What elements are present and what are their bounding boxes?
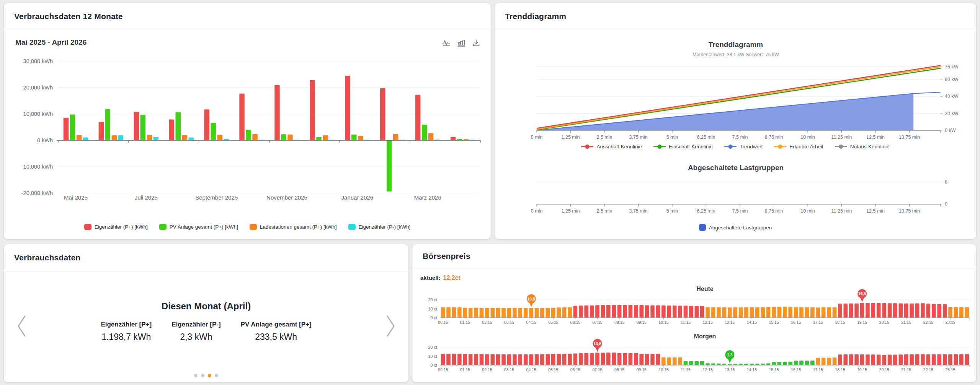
price-marker: 1,3 (725, 350, 734, 363)
axis-label: 60 kW (945, 77, 959, 82)
axis-label: 20,000 kWh (23, 84, 53, 91)
chart-period-label: Mai 2025 - April 2026 (15, 38, 87, 47)
bar (380, 88, 385, 140)
axis-label: 08:15 (614, 367, 624, 372)
download-icon[interactable] (472, 38, 481, 47)
legend-item[interactable]: Trendwert (724, 144, 763, 149)
price-bar (954, 307, 958, 318)
axis-label: 22:15 (923, 320, 933, 325)
price-bar (871, 303, 875, 318)
price-bar (750, 307, 754, 318)
price-bar (650, 305, 655, 318)
axis-label: 01:15 (460, 320, 470, 325)
price-bar (777, 307, 782, 318)
price-bar (838, 304, 842, 318)
price-bar (601, 305, 605, 318)
price-bar (706, 307, 710, 318)
carousel-dot[interactable] (201, 374, 204, 377)
bar (175, 112, 181, 140)
price-bar (507, 354, 511, 365)
price-bar (926, 354, 931, 365)
price-bar (948, 354, 952, 365)
axis-label: 5 min (666, 135, 678, 140)
legend-marker (653, 144, 666, 149)
price-bar (474, 354, 478, 365)
price-bar (761, 307, 765, 318)
price-bar (860, 303, 864, 318)
price-bar (893, 355, 897, 365)
stat-pv-anlage-gesamt: PV Anlage gesamt [P+] 233,5 kWh (241, 321, 312, 342)
lastgruppen-chart: 800 min1,25 min2,5 min3,75 min5 min6,25 … (506, 174, 965, 216)
bar (287, 135, 293, 140)
axis-label: 20 ct (428, 297, 437, 302)
stats-row: Eigenzähler [P+] 1.198,7 kWh Eigenzähler… (4, 321, 408, 342)
price-bar (513, 308, 517, 318)
price-bar (535, 308, 539, 318)
legend-item[interactable]: Erlaubte Arbeit (774, 144, 823, 149)
axis-label: 75 kW (945, 64, 959, 70)
axis-label: 2,5 min (597, 135, 612, 140)
legend-item[interactable]: Einschalt-Kennlinie (653, 144, 713, 149)
axis-label: 6,25 min (697, 208, 715, 214)
price-bar (794, 361, 798, 365)
price-bar (827, 307, 831, 318)
carousel-dot[interactable] (194, 374, 198, 377)
legend-item[interactable]: Abgeschaltete Lastgruppen (699, 224, 772, 231)
legend-item[interactable]: Ladestationen gesamt (P+) [kWh] (250, 224, 337, 230)
price-bar (954, 354, 958, 365)
axis-label: 21:15 (901, 320, 911, 325)
price-bar (573, 353, 578, 365)
bar-chart-icon[interactable] (457, 38, 466, 47)
axis-label: 02:15 (482, 320, 492, 325)
bar (169, 119, 174, 140)
price-bar (838, 354, 842, 365)
price-bar (667, 357, 671, 365)
stat-value: 233,5 kWh (241, 332, 312, 342)
panel-trenddiagramm: Trenddiagramm Trenddiagramm Momentanwert… (495, 3, 976, 239)
price-bar (457, 307, 462, 318)
price-bar (904, 354, 908, 365)
legend-label: Eigenzähler (P+) [kWh] (95, 224, 148, 230)
legend-label: Erlaubte Arbeit (789, 144, 823, 149)
axis-label: 5 min (666, 208, 678, 214)
axis-label: 15:15 (769, 367, 779, 372)
price-bar (562, 354, 567, 365)
axis-label: 0 kWh (37, 137, 53, 143)
price-bar (739, 307, 743, 318)
axis-label: 18:15 (835, 367, 845, 372)
carousel-slide-title: Diesen Monat (April) (4, 301, 408, 312)
price-bar (822, 357, 826, 365)
price-bar (766, 364, 771, 365)
line-chart-icon[interactable] (442, 38, 451, 47)
bar (154, 137, 159, 140)
axis-label: 03:15 (504, 367, 514, 372)
price-bar (860, 354, 864, 365)
price-bar (822, 307, 826, 318)
legend-item[interactable]: Eigenzähler (P-) [kWh] (348, 224, 411, 230)
price-bar (799, 307, 804, 318)
legend-item[interactable]: Eigenzähler (P+) [kWh] (84, 224, 148, 230)
legend-item[interactable]: PV Anlage gesamt (P+) [kWh] (159, 224, 238, 230)
price-bar (463, 308, 467, 318)
price-bar (579, 353, 583, 365)
bar (118, 135, 124, 140)
axis-label: 16:15 (791, 367, 801, 372)
bar (358, 136, 363, 140)
axis-label: Januar 2026 (341, 194, 373, 201)
legend-swatch (250, 224, 257, 230)
axis-label: Mai 2025 (64, 194, 88, 201)
axis-label: 8,75 min (765, 208, 783, 214)
price-bar (684, 306, 688, 318)
series-line-trendwert-tail (913, 92, 941, 93)
legend-item[interactable]: Ausschalt-Kennlinie (581, 144, 642, 149)
carousel-dot-active[interactable] (208, 374, 211, 377)
carousel-dot[interactable] (215, 374, 218, 377)
legend-item[interactable]: Notaus-Kennlinie (835, 144, 890, 149)
axis-label: 09:15 (637, 367, 647, 372)
axis-label: 30,000 kWh (23, 58, 53, 64)
stat-label: PV Anlage gesamt [P+] (241, 321, 312, 328)
price-bar (711, 307, 715, 318)
price-bar (595, 353, 599, 365)
price-bar (904, 304, 908, 318)
price-chart-morgen: Morgen20 ct10 ct0 ct00:1501:1502:1503:15… (416, 332, 972, 377)
